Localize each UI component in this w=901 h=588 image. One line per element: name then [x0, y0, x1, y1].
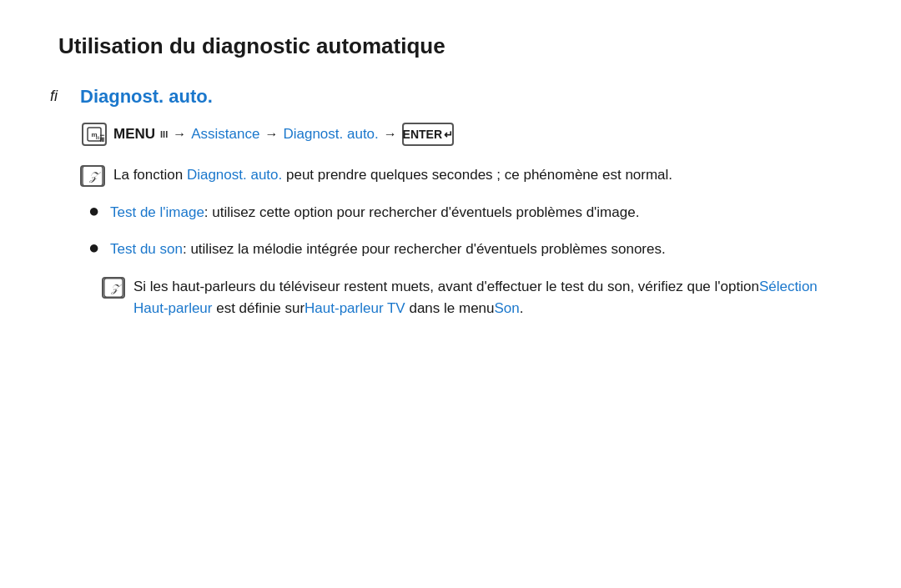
test-image-text: : utilisez cette option pour rechercher …: [204, 204, 640, 220]
arrow1: →: [173, 127, 186, 142]
note-text-1: La fonction Diagnost. auto. peut prendre…: [113, 164, 672, 186]
diagnost-heading: Diagnost. auto.: [80, 86, 851, 108]
diagnost-inline-1: Diagnost. auto.: [187, 167, 282, 183]
main-section: fi Diagnost. auto. m iii MENU III → Assi…: [50, 86, 851, 319]
note-icon-1: 𝒵: [80, 165, 105, 187]
menu-diagnost: Diagnost. auto.: [283, 126, 378, 143]
svg-text:iii: iii: [96, 135, 100, 140]
test-son-text: : utilisez la mélodie intégrée pour rech…: [183, 241, 666, 257]
bullet-dot-1: ●: [88, 200, 100, 222]
menu-assistance: Assistance: [191, 126, 259, 143]
svg-text:𝒵: 𝒵: [110, 281, 122, 294]
test-son-label: Test du son: [110, 241, 183, 257]
section-fi-marker: fi: [50, 88, 65, 105]
menu-subscript: III: [160, 129, 168, 139]
sub-note-before: Si les haut-parleurs du téléviseur reste…: [133, 279, 759, 294]
page-container: Utilisation du diagnostic automatique fi…: [50, 33, 851, 319]
bullet-text-1: Test de l'image: utilisez cette option p…: [110, 202, 639, 224]
note-icon-2: 𝒵: [102, 277, 125, 299]
test-image-label: Test de l'image: [110, 204, 204, 220]
sub-note-middle: est définie sur: [213, 300, 305, 316]
sub-note-period: .: [520, 300, 524, 316]
enter-icon: ENTER↵: [402, 123, 454, 146]
arrow3: →: [384, 127, 397, 142]
enter-label: ENTER: [403, 128, 442, 141]
sub-note-text: Si les haut-parleurs du téléviseur reste…: [133, 276, 851, 320]
son-label: Son: [495, 300, 520, 316]
menu-icon: m iii: [82, 123, 107, 146]
bullet-item-1: ● Test de l'image: utilisez cette option…: [88, 202, 851, 224]
page-title: Utilisation du diagnostic automatique: [58, 33, 851, 59]
bullet-item-2: ● Test du son: utilisez la mélodie intég…: [88, 239, 851, 260]
haut-parleur-label: Haut-parleur TV: [305, 300, 405, 316]
enter-arrow-icon: ↵: [444, 128, 453, 141]
bullet-text-2: Test du son: utilisez la mélodie intégré…: [110, 239, 666, 260]
note-block-1: 𝒵 La fonction Diagnost. auto. peut prend…: [80, 164, 851, 187]
menu-label: MENU: [113, 126, 155, 143]
bullet-dot-2: ●: [88, 237, 100, 259]
bullet-list: ● Test de l'image: utilisez cette option…: [88, 202, 851, 261]
svg-text:𝒵: 𝒵: [88, 170, 101, 183]
section-content: Diagnost. auto. m iii MENU III → Assista…: [80, 86, 851, 319]
arrow2: →: [264, 127, 278, 142]
sub-note-after: dans le menu: [405, 300, 495, 316]
sub-note-block: 𝒵 Si les haut-parleurs du téléviseur res…: [102, 276, 851, 320]
menu-path-row: m iii MENU III → Assistance → Diagnost. …: [82, 123, 851, 146]
